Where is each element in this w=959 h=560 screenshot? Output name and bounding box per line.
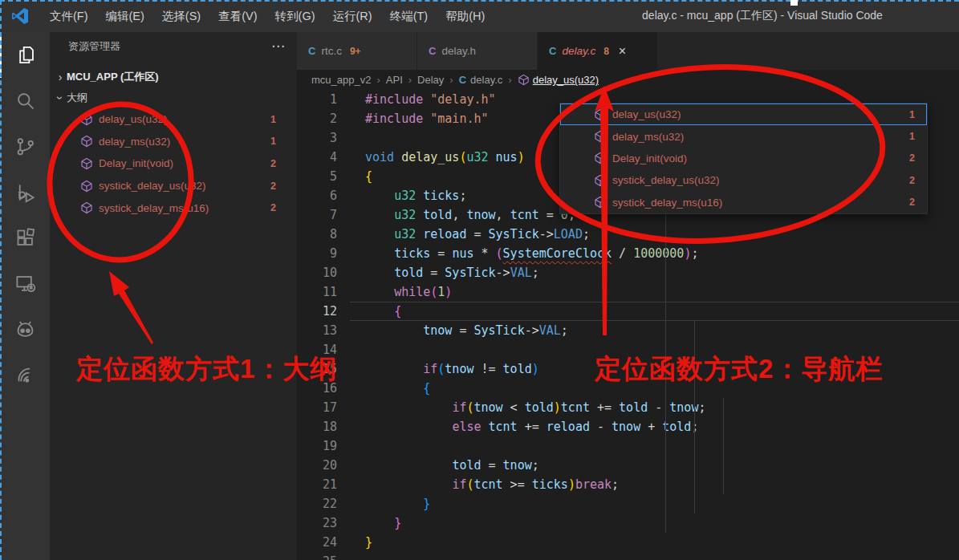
code-line[interactable]: 11 while(1) <box>297 282 959 302</box>
breadcrumb-label: mcu_app_v2 <box>311 74 371 86</box>
outline-tree: delay_us(u32) 1 delay_ms(u32) 1 Delay_in… <box>50 108 297 219</box>
extensions-icon[interactable] <box>0 215 50 261</box>
menu-item[interactable]: 选择(S) <box>153 0 209 32</box>
code-line[interactable]: 21 if(tcnt >= ticks)break; <box>297 475 959 494</box>
run-debug-icon[interactable] <box>0 169 50 215</box>
symbol-method-icon <box>594 130 607 143</box>
workspace-label: MCU_APP (工作区) <box>67 70 159 84</box>
outline-item[interactable]: systick_delay_ms(u16) 2 <box>50 197 297 219</box>
code-line-text: else tcnt += reload - tnow + told; <box>350 417 698 436</box>
outline-item-label: systick_delay_us(u32) <box>99 180 270 192</box>
symbol-method-icon <box>518 74 530 86</box>
c-file-icon: C <box>308 45 315 57</box>
line-number: 2 <box>297 109 350 128</box>
breadcrumb-separator: › <box>408 74 412 86</box>
outline-item[interactable]: systick_delay_us(u32) 2 <box>50 175 297 197</box>
platformio-icon[interactable] <box>0 306 50 352</box>
menu-item[interactable]: 转到(G) <box>266 0 324 32</box>
code-line-text: ticks = nus * (SystemCoreClock / 1000000… <box>350 244 698 263</box>
outline-section-header[interactable]: › 大纲 <box>50 87 297 108</box>
line-number: 6 <box>297 186 350 205</box>
code-line[interactable]: 9 ticks = nus * (SystemCoreClock / 10000… <box>297 244 959 263</box>
outline-item[interactable]: Delay_init(void) 2 <box>50 152 297 175</box>
outline-item-label: delay_ms(u32) <box>612 131 909 143</box>
code-line-text: } <box>350 533 372 552</box>
breadcrumb-item[interactable]: API <box>386 74 403 86</box>
outline-item[interactable]: delay_us(u32) 1 <box>560 103 927 125</box>
code-line-text: while(1) <box>350 282 452 302</box>
symbol-method-icon <box>594 174 607 187</box>
c-file-icon: C <box>429 45 436 57</box>
symbol-dropdown: delay_us(u32) 1 delay_ms(u32) 1 Delay_in… <box>559 103 928 214</box>
workspace-section-header[interactable]: › MCU_APP (工作区) <box>50 67 297 87</box>
line-number: 21 <box>297 475 350 494</box>
menu-item[interactable]: 终端(T) <box>381 0 437 32</box>
code-line[interactable]: 17 if(tnow < told)tcnt += told - tnow; <box>297 398 959 417</box>
chevron-right-icon: › <box>54 71 67 83</box>
code-line[interactable]: 8 u32 reload = SysTick->LOAD; <box>297 225 959 244</box>
outline-item[interactable]: Delay_init(void) 2 <box>560 148 927 169</box>
outline-item[interactable]: systick_delay_us(u32) 2 <box>560 169 927 191</box>
more-actions-icon[interactable]: ⋯ <box>271 38 286 55</box>
breadcrumb-label: Delay <box>417 74 444 86</box>
code-line[interactable]: 20 told = tnow; <box>297 456 959 475</box>
error-count-badge: 2 <box>270 202 276 213</box>
breadcrumb-item[interactable]: Cdelay.c <box>459 74 503 86</box>
editor-tab[interactable]: C delay.h <box>417 32 538 70</box>
breadcrumb-item[interactable]: Delay <box>417 74 444 86</box>
editor-tab[interactable]: C rtc.c 9+ <box>297 32 417 70</box>
code-line[interactable]: 25 <box>297 552 959 560</box>
code-line[interactable]: 19 <box>297 436 959 456</box>
error-count-badge: 1 <box>909 109 915 120</box>
code-line[interactable]: 22 } <box>297 494 959 513</box>
breadcrumb: mcu_app_v2›API›Delay›Cdelay.c›delay_us(u… <box>297 70 959 90</box>
error-count-badge: 2 <box>909 152 915 164</box>
menu-item[interactable]: 编辑(E) <box>97 0 153 32</box>
error-count-badge: 2 <box>909 175 915 186</box>
line-number: 8 <box>297 225 350 244</box>
code-line-text <box>350 552 365 560</box>
breadcrumb-label: delay_us(u32) <box>533 74 599 86</box>
menu-item[interactable]: 文件(F) <box>41 0 97 32</box>
breadcrumb-separator: › <box>376 74 380 86</box>
symbol-method-icon <box>80 157 93 170</box>
breadcrumb-separator: › <box>449 74 453 86</box>
outline-item[interactable]: delay_ms(u32) 1 <box>560 125 927 147</box>
close-icon[interactable]: × <box>619 44 626 59</box>
code-line-text <box>350 340 365 359</box>
code-line-text: { <box>350 379 430 398</box>
explorer-icon[interactable] <box>0 32 50 78</box>
code-line-text: } <box>350 494 430 513</box>
source-control-icon[interactable] <box>0 124 50 169</box>
code-line[interactable]: 16 { <box>297 379 959 398</box>
outline-item-label: systick_delay_us(u32) <box>612 174 909 186</box>
tab-error-badge: 9+ <box>350 46 361 57</box>
code-line-text: #include "delay.h" <box>350 90 496 109</box>
code-line[interactable]: 18 else tcnt += reload - tnow + told; <box>297 417 959 436</box>
breadcrumb-item[interactable]: delay_us(u32) <box>518 74 599 86</box>
outline-item[interactable]: delay_us(u32) 1 <box>50 108 297 131</box>
outline-item-label: systick_delay_ms(u16) <box>612 197 909 209</box>
editor-tab[interactable]: C delay.c 8 × <box>538 32 658 70</box>
code-line-text: { <box>350 302 401 321</box>
code-line[interactable]: 15 if(tnow != told) <box>297 359 959 379</box>
line-number: 1 <box>297 90 350 109</box>
outline-item[interactable]: systick_delay_ms(u16) 2 <box>560 192 927 213</box>
code-line-text: if(tnow < told)tcnt += told - tnow; <box>350 398 705 417</box>
code-line[interactable]: 12 { <box>297 302 959 321</box>
espressif-icon[interactable] <box>0 352 50 398</box>
code-line[interactable]: 10 told = SysTick->VAL; <box>297 263 959 282</box>
menu-item[interactable]: 运行(R) <box>323 0 380 32</box>
code-line[interactable]: 23 } <box>297 513 959 533</box>
search-icon[interactable] <box>0 78 50 124</box>
code-line[interactable]: 14 <box>297 340 959 359</box>
outline-item[interactable]: delay_ms(u32) 1 <box>50 131 297 153</box>
menu-item[interactable]: 帮助(H) <box>437 0 494 32</box>
menu-item[interactable]: 查看(V) <box>209 0 266 32</box>
code-line[interactable]: 24} <box>297 533 959 552</box>
explorer-sidebar: 资源管理器 ⋯ › MCU_APP (工作区) › 大纲 delay_us(u3… <box>50 32 297 560</box>
code-line[interactable]: 13 tnow = SysTick->VAL; <box>297 321 959 340</box>
remote-explorer-icon[interactable] <box>0 261 50 306</box>
breadcrumb-item[interactable]: mcu_app_v2 <box>311 74 371 86</box>
chevron-down-icon: › <box>54 91 67 104</box>
